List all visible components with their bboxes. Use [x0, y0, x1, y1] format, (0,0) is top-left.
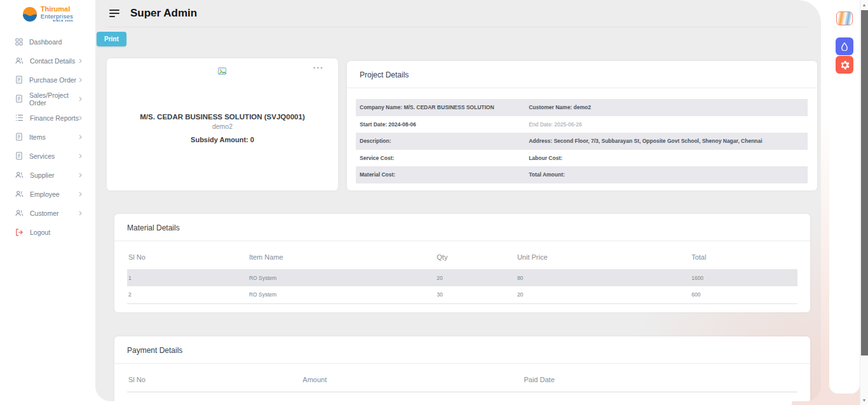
brand-logo: Thirumal Enterprises SINCE 2006 — [0, 0, 95, 22]
cell-qty: 20 — [435, 269, 516, 286]
material-details-table: Sl No Item Name Qty Unit Price Total 1 R… — [127, 241, 797, 304]
col-sl-no: Sl No — [127, 364, 301, 392]
document-icon — [15, 76, 23, 84]
project-detail-row: Description: Address: Second Floor, 7/3,… — [356, 133, 808, 150]
sidebar-item-contact-details[interactable]: Contact Details — [0, 51, 95, 70]
cell-sl-no: 2 — [127, 286, 248, 303]
settings-gear-button[interactable] — [836, 56, 853, 74]
sidebar-item-label: Items — [29, 133, 46, 141]
sidebar-item-label: Purchase Order — [29, 76, 76, 84]
subsidy-amount: Subsidy Amount: 0 — [107, 136, 338, 143]
chevron-right-icon — [79, 116, 83, 121]
project-detail-row: Start Date: 2024-08-06 End Date: 2025-06… — [356, 116, 808, 133]
sidebar-item-label: Services — [29, 152, 55, 160]
topbar: Super Admin — [95, 0, 821, 27]
cell-total: 600 — [690, 286, 797, 303]
card-menu-ellipsis-icon[interactable]: ••• — [313, 65, 324, 71]
logout-icon — [15, 229, 24, 236]
col-paid-date: Paid Date — [522, 364, 797, 392]
sidebar-item-label: Dashboard — [29, 38, 62, 46]
print-button[interactable]: Print — [97, 32, 126, 46]
payment-details-title: Payment Details — [114, 336, 810, 364]
document-icon — [15, 133, 23, 141]
payment-details-card: Payment Details Sl No Amount Paid Date — [114, 336, 810, 401]
sidebar-item-services[interactable]: Services — [0, 147, 95, 166]
chevron-right-icon — [79, 58, 83, 63]
main-content: Super Admin Print ••• M/S. CEDAR BUSINES… — [95, 0, 821, 401]
cell-item-name: RO System — [248, 269, 435, 286]
field-address: Address: Second Floor, 7/3, Subbarayan S… — [527, 138, 808, 144]
field-labour-cost: Labour Cost: — [527, 155, 808, 161]
people-icon — [15, 171, 24, 179]
col-amount: Amount — [301, 364, 522, 392]
settings-rail — [829, 0, 860, 394]
sidebar-item-sales-project-order[interactable]: Sales/Project Order — [0, 90, 95, 109]
logo-emblem-icon — [22, 6, 37, 22]
sidebar-item-employee[interactable]: Employee — [0, 185, 95, 204]
field-description: Description: — [356, 138, 527, 144]
grid-icon — [15, 38, 23, 46]
sidebar-item-label: Supplier — [30, 171, 55, 179]
project-details-card: Project Details Company Name: M/S. CEDAR… — [347, 61, 817, 190]
col-sl-no: Sl No — [127, 241, 248, 269]
sidebar-nav: Dashboard Contact Details Purchase Order… — [0, 32, 95, 242]
cell-unit-price: 20 — [516, 286, 690, 303]
field-customer-name: Customer Name: demo2 — [527, 104, 808, 110]
material-details-title: Material Details — [114, 214, 810, 241]
sidebar-item-purchase-order[interactable]: Purchase Order — [0, 70, 95, 90]
col-item-name: Item Name — [248, 241, 435, 269]
project-details-title: Project Details — [347, 61, 817, 88]
payment-table-header-row: Sl No Amount Paid Date — [127, 364, 797, 392]
sidebar-item-label: Employee — [30, 190, 60, 198]
field-material-cost: Material Cost: — [356, 171, 527, 178]
cell-item-name: RO System — [248, 286, 435, 303]
sidebar-item-supplier[interactable]: Supplier — [0, 166, 95, 185]
field-end-date: End Date: 2025-06-26 — [527, 121, 808, 128]
customer-short-name: demo2 — [107, 123, 338, 130]
project-detail-row: Service Cost: Labour Cost: — [356, 150, 808, 167]
people-icon — [15, 56, 24, 65]
logo-tagline: SINCE 2006 — [53, 20, 73, 22]
material-table-header-row: Sl No Item Name Qty Unit Price Total — [127, 241, 797, 269]
table-row: 1 RO System 20 80 1600 — [127, 269, 797, 286]
page-title: Super Admin — [130, 7, 197, 20]
color-droplet-button[interactable] — [836, 37, 853, 55]
sidebar-item-finance-reports[interactable]: Finance Reports — [0, 109, 95, 128]
cell-qty: 30 — [435, 286, 516, 303]
col-total: Total — [690, 241, 797, 269]
project-detail-row: Material Cost: Total Amount: — [356, 166, 808, 183]
field-start-date: Start Date: 2024-08-06 — [356, 121, 527, 128]
list-icon — [15, 114, 24, 121]
company-profile-card: ••• M/S. CEDAR BUSINESS SOLUTION (SVJQ00… — [107, 58, 338, 190]
chevron-right-icon — [79, 96, 83, 102]
chevron-right-icon — [79, 173, 83, 178]
sidebar-item-label: Sales/Project Order — [29, 91, 83, 107]
vertical-scrollbar[interactable]: ▲ ▼ — [860, 0, 868, 405]
people-icon — [15, 209, 24, 217]
chevron-right-icon — [79, 211, 83, 216]
scroll-up-arrow-icon[interactable]: ▲ — [860, 3, 868, 7]
sidebar: Thirumal Enterprises SINCE 2006 Dashboar… — [0, 0, 95, 405]
scroll-down-arrow-icon[interactable]: ▼ — [860, 398, 868, 402]
sidebar-item-label: Logout — [30, 229, 50, 236]
sidebar-item-label: Contact Details — [30, 57, 75, 65]
sidebar-item-items[interactable]: Items — [0, 128, 95, 147]
material-details-card: Material Details Sl No Item Name Qty Uni… — [114, 214, 810, 312]
hamburger-menu-icon[interactable] — [109, 10, 120, 17]
sidebar-item-logout[interactable]: Logout — [0, 223, 95, 242]
sidebar-item-customer[interactable]: Customer — [0, 204, 95, 223]
field-company-name: Company Name: M/S. CEDAR BUSINESS SOLUTI… — [356, 104, 527, 110]
scrollbar-thumb[interactable] — [861, 10, 868, 355]
table-row: 2 RO System 30 20 600 — [127, 286, 797, 303]
broken-image-icon — [218, 67, 227, 76]
col-qty: Qty — [435, 241, 516, 269]
droplet-icon — [840, 42, 849, 51]
people-icon — [15, 190, 24, 198]
chevron-right-icon — [79, 192, 83, 197]
project-details-rows: Company Name: M/S. CEDAR BUSINESS SOLUTI… — [356, 99, 808, 183]
chevron-right-icon — [79, 77, 83, 83]
theme-preview-button[interactable] — [836, 11, 853, 25]
sidebar-item-dashboard[interactable]: Dashboard — [0, 32, 95, 51]
chevron-right-icon — [79, 135, 83, 140]
cell-sl-no: 1 — [127, 269, 248, 286]
